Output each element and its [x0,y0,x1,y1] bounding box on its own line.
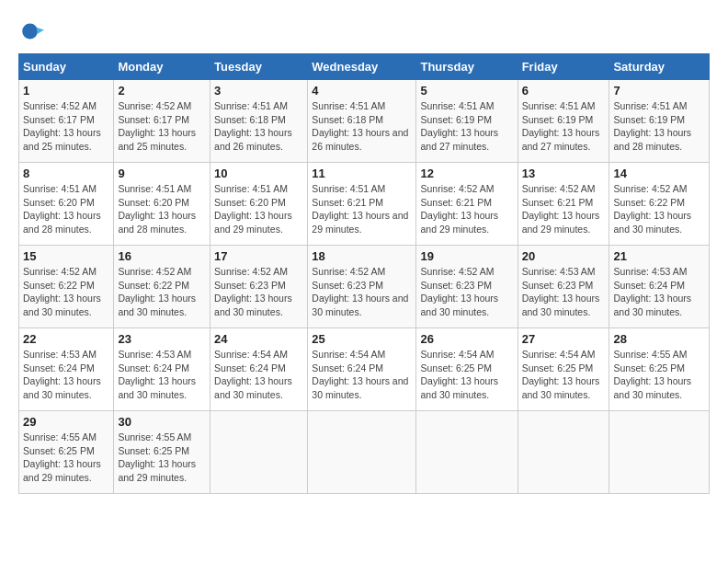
day-info: Sunrise: 4:51 AMSunset: 6:20 PMDaylight:… [23,183,101,235]
day-cell-20: 20 Sunrise: 4:53 AMSunset: 6:23 PMDaylig… [518,246,609,328]
day-cell-12: 12 Sunrise: 4:52 AMSunset: 6:21 PMDaylig… [416,163,518,246]
day-info: Sunrise: 4:53 AMSunset: 6:24 PMDaylight:… [613,266,691,317]
header [18,18,710,44]
day-cell-14: 14 Sunrise: 4:52 AMSunset: 6:22 PMDaylig… [609,163,710,246]
day-info: Sunrise: 4:54 AMSunset: 6:25 PMDaylight:… [522,349,600,400]
day-cell-19: 19 Sunrise: 4:52 AMSunset: 6:23 PMDaylig… [416,246,518,328]
day-info: Sunrise: 4:52 AMSunset: 6:22 PMDaylight:… [118,266,196,317]
day-info: Sunrise: 4:52 AMSunset: 6:21 PMDaylight:… [420,183,498,235]
day-number: 27 [522,332,606,346]
day-number: 30 [118,415,206,429]
day-cell-1: 1 Sunrise: 4:52 AMSunset: 6:17 PMDayligh… [19,80,114,163]
day-number: 15 [23,249,109,263]
col-header-saturday: Saturday [609,54,710,80]
day-number: 17 [214,249,303,263]
day-cell-15: 15 Sunrise: 4:52 AMSunset: 6:22 PMDaylig… [19,246,114,328]
day-info: Sunrise: 4:52 AMSunset: 6:23 PMDaylight:… [214,266,292,317]
col-header-wednesday: Wednesday [308,54,416,80]
day-info: Sunrise: 4:53 AMSunset: 6:24 PMDaylight:… [23,349,101,400]
day-info: Sunrise: 4:51 AMSunset: 6:19 PMDaylight:… [522,100,600,152]
logo-icon [18,18,44,44]
empty-cell [308,411,416,494]
calendar-week-1: 1 Sunrise: 4:52 AMSunset: 6:17 PMDayligh… [19,80,710,163]
day-info: Sunrise: 4:51 AMSunset: 6:18 PMDaylight:… [312,100,408,152]
day-number: 28 [613,332,705,346]
day-cell-16: 16 Sunrise: 4:52 AMSunset: 6:22 PMDaylig… [114,246,210,328]
day-cell-26: 26 Sunrise: 4:54 AMSunset: 6:25 PMDaylig… [416,328,518,411]
day-info: Sunrise: 4:55 AMSunset: 6:25 PMDaylight:… [118,431,196,483]
day-cell-11: 11 Sunrise: 4:51 AMSunset: 6:21 PMDaylig… [308,163,416,246]
col-header-monday: Monday [114,54,210,80]
day-cell-8: 8 Sunrise: 4:51 AMSunset: 6:20 PMDayligh… [19,163,114,246]
day-cell-3: 3 Sunrise: 4:51 AMSunset: 6:18 PMDayligh… [210,80,308,163]
day-number: 26 [420,332,513,346]
svg-point-0 [22,24,38,40]
logo [18,18,50,44]
day-number: 23 [118,332,206,346]
day-info: Sunrise: 4:52 AMSunset: 6:22 PMDaylight:… [23,266,101,317]
calendar-week-3: 15 Sunrise: 4:52 AMSunset: 6:22 PMDaylig… [19,246,710,328]
day-number: 6 [522,84,606,98]
day-cell-25: 25 Sunrise: 4:54 AMSunset: 6:24 PMDaylig… [308,328,416,411]
day-info: Sunrise: 4:52 AMSunset: 6:17 PMDaylight:… [118,100,196,152]
day-info: Sunrise: 4:54 AMSunset: 6:24 PMDaylight:… [214,349,292,400]
col-header-thursday: Thursday [416,54,518,80]
day-cell-23: 23 Sunrise: 4:53 AMSunset: 6:24 PMDaylig… [114,328,210,411]
day-info: Sunrise: 4:51 AMSunset: 6:21 PMDaylight:… [312,183,408,235]
day-cell-9: 9 Sunrise: 4:51 AMSunset: 6:20 PMDayligh… [114,163,210,246]
day-number: 20 [522,249,606,263]
day-number: 8 [23,167,109,180]
calendar-week-4: 22 Sunrise: 4:53 AMSunset: 6:24 PMDaylig… [19,328,710,411]
calendar-week-5: 29 Sunrise: 4:55 AMSunset: 6:25 PMDaylig… [19,411,710,494]
day-info: Sunrise: 4:52 AMSunset: 6:23 PMDaylight:… [312,266,408,317]
day-number: 19 [420,249,513,263]
day-cell-6: 6 Sunrise: 4:51 AMSunset: 6:19 PMDayligh… [518,80,609,163]
svg-marker-1 [37,28,44,34]
day-number: 21 [613,249,705,263]
day-cell-29: 29 Sunrise: 4:55 AMSunset: 6:25 PMDaylig… [19,411,114,494]
col-header-sunday: Sunday [19,54,114,80]
day-cell-10: 10 Sunrise: 4:51 AMSunset: 6:20 PMDaylig… [210,163,308,246]
day-info: Sunrise: 4:51 AMSunset: 6:19 PMDaylight:… [613,100,691,152]
day-number: 5 [420,84,513,98]
day-number: 22 [23,332,109,346]
day-number: 12 [420,167,513,180]
day-info: Sunrise: 4:51 AMSunset: 6:20 PMDaylight:… [118,183,196,235]
day-info: Sunrise: 4:54 AMSunset: 6:24 PMDaylight:… [312,349,408,400]
day-number: 1 [23,84,109,98]
day-info: Sunrise: 4:53 AMSunset: 6:23 PMDaylight:… [522,266,600,317]
day-cell-30: 30 Sunrise: 4:55 AMSunset: 6:25 PMDaylig… [114,411,210,494]
day-number: 29 [23,415,109,429]
col-header-tuesday: Tuesday [210,54,308,80]
day-info: Sunrise: 4:52 AMSunset: 6:22 PMDaylight:… [613,183,691,235]
day-cell-7: 7 Sunrise: 4:51 AMSunset: 6:19 PMDayligh… [609,80,710,163]
day-cell-4: 4 Sunrise: 4:51 AMSunset: 6:18 PMDayligh… [308,80,416,163]
day-number: 13 [522,167,606,180]
day-info: Sunrise: 4:52 AMSunset: 6:21 PMDaylight:… [522,183,600,235]
day-cell-17: 17 Sunrise: 4:52 AMSunset: 6:23 PMDaylig… [210,246,308,328]
day-info: Sunrise: 4:52 AMSunset: 6:23 PMDaylight:… [420,266,498,317]
day-cell-13: 13 Sunrise: 4:52 AMSunset: 6:21 PMDaylig… [518,163,609,246]
day-info: Sunrise: 4:52 AMSunset: 6:17 PMDaylight:… [23,100,101,152]
day-cell-18: 18 Sunrise: 4:52 AMSunset: 6:23 PMDaylig… [308,246,416,328]
calendar-table: SundayMondayTuesdayWednesdayThursdayFrid… [18,53,710,494]
day-number: 3 [214,84,303,98]
day-info: Sunrise: 4:55 AMSunset: 6:25 PMDaylight:… [613,349,691,400]
day-info: Sunrise: 4:54 AMSunset: 6:25 PMDaylight:… [420,349,498,400]
day-number: 16 [118,249,206,263]
day-cell-27: 27 Sunrise: 4:54 AMSunset: 6:25 PMDaylig… [518,328,609,411]
col-header-friday: Friday [518,54,609,80]
day-number: 25 [312,332,412,346]
day-cell-5: 5 Sunrise: 4:51 AMSunset: 6:19 PMDayligh… [416,80,518,163]
day-info: Sunrise: 4:51 AMSunset: 6:20 PMDaylight:… [214,183,292,235]
empty-cell [609,411,710,494]
day-cell-24: 24 Sunrise: 4:54 AMSunset: 6:24 PMDaylig… [210,328,308,411]
day-number: 24 [214,332,303,346]
day-number: 14 [613,167,705,180]
calendar-header-row: SundayMondayTuesdayWednesdayThursdayFrid… [19,54,710,80]
day-cell-21: 21 Sunrise: 4:53 AMSunset: 6:24 PMDaylig… [609,246,710,328]
day-cell-28: 28 Sunrise: 4:55 AMSunset: 6:25 PMDaylig… [609,328,710,411]
day-info: Sunrise: 4:53 AMSunset: 6:24 PMDaylight:… [118,349,196,400]
day-cell-2: 2 Sunrise: 4:52 AMSunset: 6:17 PMDayligh… [114,80,210,163]
calendar-week-2: 8 Sunrise: 4:51 AMSunset: 6:20 PMDayligh… [19,163,710,246]
